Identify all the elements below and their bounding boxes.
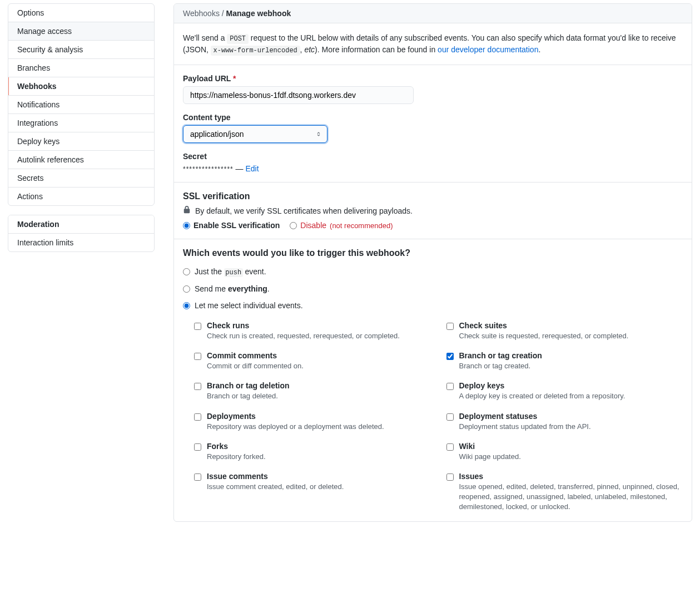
event-desc: Issue opened, edited, deleted, transferr… [459, 482, 683, 512]
event-title: Deployment statuses [459, 412, 591, 421]
event-checkbox-commit-comments[interactable] [194, 353, 201, 360]
event-item-deployment-statuses: Deployment statusesDeployment status upd… [446, 412, 683, 432]
payload-url-input[interactable] [183, 86, 414, 104]
payload-url-field: Payload URL * [183, 74, 683, 104]
event-checkbox-branch-or-tag-deletion[interactable] [194, 383, 201, 390]
event-checkbox-deploy-keys[interactable] [446, 383, 454, 390]
event-title: Deploy keys [459, 381, 625, 390]
event-title: Issues [459, 472, 683, 481]
intro-text: We'll send a POST request to the URL bel… [183, 32, 683, 56]
code-urlencoded: x-www-form-urlencoded [211, 46, 300, 56]
sidebar-item-notifications[interactable]: Notifications [8, 96, 154, 114]
ssl-disable-radio[interactable] [290, 222, 297, 229]
ssl-enable-option[interactable]: Enable SSL verification [183, 221, 280, 230]
events-individual-option[interactable]: Let me select individual events. [183, 301, 683, 310]
content-type-select[interactable]: application/json [183, 125, 327, 143]
secret-field: Secret **************** — Edit [183, 152, 683, 173]
ssl-note-text: By default, we verify SSL certificates w… [195, 206, 413, 215]
event-item-issues: IssuesIssue opened, edited, deleted, tra… [446, 472, 683, 512]
code-post: POST [227, 34, 248, 45]
event-item-deployments: DeploymentsRepository was deployed or a … [194, 412, 431, 432]
events-heading: Which events would you like to trigger t… [183, 248, 683, 258]
event-desc: Check run is created, requested, rereque… [207, 331, 400, 341]
event-desc: Branch or tag deleted. [207, 391, 290, 401]
event-item-branch-or-tag-creation: Branch or tag creationBranch or tag crea… [446, 351, 683, 371]
event-desc: Commit or diff commented on. [207, 361, 304, 371]
sidebar-item-actions[interactable]: Actions [8, 188, 154, 205]
events-just-push-radio[interactable] [183, 268, 190, 275]
breadcrumb: Webhooks / Manage webhook [174, 4, 692, 23]
event-item-check-suites: Check suitesCheck suite is requested, re… [446, 321, 683, 341]
event-title: Check suites [459, 321, 629, 330]
event-checkbox-issue-comments[interactable] [194, 473, 201, 481]
secret-label: Secret [183, 152, 683, 161]
settings-sidebar: OptionsManage accessSecurity & analysisB… [8, 3, 155, 261]
event-desc: Repository forked. [207, 452, 266, 462]
secret-masked: **************** [183, 165, 234, 173]
sidebar-item-autolink-references[interactable]: Autolink references [8, 151, 154, 169]
edit-secret-link[interactable]: Edit [246, 164, 259, 173]
sidebar-item-secrets[interactable]: Secrets [8, 169, 154, 188]
event-item-wiki: WikiWiki page updated. [446, 442, 683, 462]
event-checkbox-check-suites[interactable] [446, 323, 454, 330]
main-content: Webhooks / Manage webhook We'll send a P… [173, 3, 692, 522]
sidebar-item-manage-access[interactable]: Manage access [8, 22, 154, 41]
ssl-note-row: By default, we verify SSL certificates w… [183, 206, 683, 215]
event-checkbox-check-runs[interactable] [194, 323, 201, 330]
event-checkbox-wiki[interactable] [446, 443, 454, 451]
event-checkbox-deployments[interactable] [194, 413, 201, 421]
intro-section: We'll send a POST request to the URL bel… [174, 23, 692, 65]
sidebar-menu-main: OptionsManage accessSecurity & analysisB… [8, 3, 155, 206]
sidebar-item-webhooks[interactable]: Webhooks [8, 77, 154, 96]
payload-url-label: Payload URL * [183, 74, 683, 83]
event-item-issue-comments: Issue commentsIssue comment created, edi… [194, 472, 431, 492]
event-title: Check runs [207, 321, 400, 330]
event-item-forks: ForksRepository forked. [194, 442, 431, 462]
content-type-label: Content type [183, 113, 683, 122]
event-item-branch-or-tag-deletion: Branch or tag deletionBranch or tag dele… [194, 381, 431, 401]
event-desc: Wiki page updated. [459, 452, 521, 462]
event-checkbox-deployment-statuses[interactable] [446, 413, 454, 421]
lock-icon [183, 206, 191, 215]
sidebar-item-interaction-limits[interactable]: Interaction limits [8, 234, 154, 251]
event-item-commit-comments: Commit commentsCommit or diff commented … [194, 351, 431, 371]
events-everything-option[interactable]: Send me everything. [183, 284, 683, 293]
content-type-field: Content type application/json [183, 113, 683, 143]
sidebar-item-integrations[interactable]: Integrations [8, 114, 154, 132]
event-checkbox-issues[interactable] [446, 473, 454, 481]
ssl-heading: SSL verification [183, 191, 683, 201]
sidebar-item-deploy-keys[interactable]: Deploy keys [8, 132, 154, 151]
event-title: Branch or tag deletion [207, 381, 290, 390]
sidebar-menu-moderation: ModerationInteraction limits [8, 215, 155, 252]
events-everything-radio[interactable] [183, 285, 190, 293]
events-list: Check runsCheck run is created, requeste… [183, 321, 683, 512]
required-marker: * [233, 74, 236, 83]
events-section: Which events would you like to trigger t… [174, 239, 692, 521]
event-desc: A deploy key is created or deleted from … [459, 391, 625, 401]
event-desc: Repository was deployed or a deployment … [207, 422, 384, 432]
sidebar-item-options[interactable]: Options [8, 4, 154, 22]
event-desc: Branch or tag created. [459, 361, 542, 371]
sidebar-item-branches[interactable]: Branches [8, 59, 154, 77]
sidebar-item-security-analysis[interactable]: Security & analysis [8, 41, 154, 59]
form-section: Payload URL * Content type application/j… [174, 65, 692, 182]
event-title: Commit comments [207, 351, 304, 360]
developer-docs-link[interactable]: our developer documentation [438, 45, 538, 54]
ssl-section: SSL verification By default, we verify S… [174, 182, 692, 239]
breadcrumb-current: Manage webhook [226, 9, 291, 18]
sidebar-heading: Moderation [8, 215, 154, 234]
event-desc: Deployment status updated from the API. [459, 422, 591, 432]
event-item-deploy-keys: Deploy keysA deploy key is created or de… [446, 381, 683, 401]
event-title: Wiki [459, 442, 521, 451]
events-individual-radio[interactable] [183, 302, 190, 309]
secret-dash: — [234, 164, 246, 173]
event-title: Deployments [207, 412, 384, 421]
ssl-disable-option[interactable]: Disable (not recommended) [290, 221, 393, 230]
ssl-enable-radio[interactable] [183, 222, 190, 229]
event-checkbox-forks[interactable] [194, 443, 201, 451]
event-checkbox-branch-or-tag-creation[interactable] [446, 353, 454, 360]
events-just-push-option[interactable]: Just the push event. [183, 267, 683, 277]
event-item-check-runs: Check runsCheck run is created, requeste… [194, 321, 431, 341]
event-desc: Issue comment created, edited, or delete… [207, 482, 344, 492]
event-title: Issue comments [207, 472, 344, 481]
